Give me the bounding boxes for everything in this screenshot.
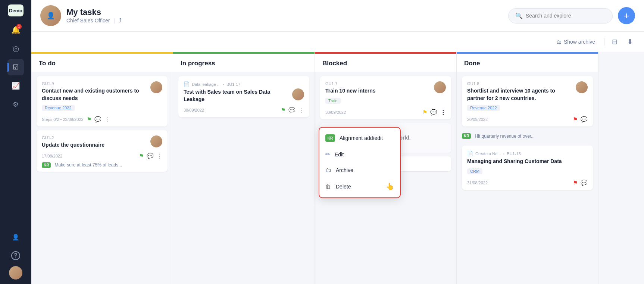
- meta-label: Create a Ne...: [475, 152, 501, 156]
- card-top: Test with Sales team on Sales Data Leaka…: [184, 88, 304, 103]
- card-avatar: [150, 81, 162, 93]
- card-meta: 📄 Create a Ne... • BU1-13: [467, 151, 588, 156]
- flag-icon[interactable]: ⚑: [281, 107, 285, 113]
- show-archive-button[interactable]: 🗂 Show archive: [553, 37, 599, 47]
- add-button[interactable]: +: [618, 7, 635, 24]
- search-bar[interactable]: 🔍: [508, 8, 613, 24]
- card-date: 20/09/2022: [467, 117, 570, 122]
- topbar: 👤 My tasks Chief Sales Officer | ⤴ 🔍 +: [31, 0, 644, 32]
- sidebar-item-settings[interactable]: ⚙: [7, 96, 24, 113]
- flag-icon[interactable]: ⚑: [573, 180, 578, 186]
- meta-label: Data leakage ...: [192, 82, 221, 87]
- main-content: 👤 My tasks Chief Sales Officer | ⤴ 🔍 + 🗂…: [31, 0, 644, 284]
- card-avatar: [434, 81, 446, 93]
- card-date: 30/09/2022: [325, 110, 419, 115]
- column-title-todo: To do: [39, 60, 56, 67]
- card-footer: 30/09/2022 ⚑ 💬 ⋮: [184, 107, 304, 113]
- card-footer: 20/09/2022 ⚑ 💬: [467, 116, 588, 123]
- card-meta: 📄 Data leakage ... • BU1-17: [184, 81, 304, 87]
- user-info: 👤 My tasks Chief Sales Officer | ⤴: [40, 5, 122, 26]
- card-top: GU1-9 Contact new and existing customers…: [42, 81, 162, 102]
- more-icon[interactable]: ⋮: [104, 116, 110, 123]
- user-avatar-sidebar[interactable]: [9, 266, 22, 280]
- card-gu1-7: GU1-7 Train 10 new interns Train 30/09/2…: [320, 76, 451, 119]
- comment-icon[interactable]: 💬: [430, 109, 437, 116]
- column-header-inprogress: In progress: [173, 52, 315, 72]
- column-title-blocked: Blocked: [322, 60, 347, 67]
- comment-icon[interactable]: 💬: [94, 116, 101, 123]
- flag-icon[interactable]: ⚑: [139, 153, 144, 159]
- context-menu-edit[interactable]: ✏ Edit: [319, 146, 400, 162]
- sidebar-item-target[interactable]: ◎: [7, 40, 24, 57]
- divider: |: [113, 18, 115, 24]
- gear-icon: ⚙: [13, 100, 19, 109]
- column-title-done: Done: [464, 60, 480, 67]
- card-date: 30/09/2022: [184, 108, 278, 112]
- sidebar-item-add-user[interactable]: 👤: [7, 229, 24, 245]
- card-avatar: [576, 81, 588, 93]
- card-top: Managing and Sharing Customer Data: [467, 158, 588, 165]
- flag-icon[interactable]: ⚑: [422, 109, 427, 116]
- user-subtitle: Chief Sales Officer | ⤴: [66, 17, 122, 24]
- more-icon[interactable]: ⋮: [157, 153, 162, 159]
- sidebar-item-chart[interactable]: 📈: [7, 78, 24, 94]
- edit-icon: ✏: [325, 151, 330, 158]
- app-logo[interactable]: Demo: [8, 4, 24, 16]
- comment-icon[interactable]: 💬: [581, 180, 588, 186]
- card-title: Shortlist and interview 10 agents to par…: [467, 87, 573, 102]
- column-todo: To do GU1-9 Contact new and existing cus…: [31, 52, 173, 284]
- kr-item: KR Hit quarterly revenue of over...: [462, 130, 593, 142]
- help-icon: ?: [11, 251, 20, 260]
- context-menu-delete[interactable]: 🗑 Delete 👆: [319, 178, 400, 195]
- target-icon: ◎: [13, 44, 19, 53]
- logo-text: Demo: [9, 8, 22, 13]
- comment-icon[interactable]: 💬: [288, 107, 296, 113]
- card-bu1-13: 📄 Create a Ne... • BU1-13 Managing and S…: [462, 146, 593, 190]
- flag-icon[interactable]: ⚑: [573, 116, 578, 123]
- card-date: 17/08/2022: [42, 154, 136, 158]
- card-id-meta: BU1-13: [507, 152, 520, 156]
- card-id: GU1-8: [467, 81, 576, 86]
- card-title: Contact new and existing customers to di…: [42, 87, 147, 102]
- context-menu-alignment[interactable]: KR Alignment add/edit: [319, 130, 400, 146]
- card-title: Update the questionnaire: [42, 141, 104, 149]
- column-cards-inprogress: 📄 Data leakage ... • BU1-17 Test with Sa…: [173, 72, 315, 284]
- card-tag: Revenue 2022: [467, 105, 500, 111]
- card-bu1-17: 📄 Data leakage ... • BU1-17 Test with Sa…: [178, 76, 309, 117]
- column-inprogress: In progress 📄 Data leakage ... • BU1-17 …: [173, 52, 315, 284]
- filter-icon[interactable]: ⊟: [610, 35, 620, 48]
- download-icon[interactable]: ⬇: [625, 35, 635, 48]
- card-footer: 30/09/2022 ⚑ 💬 ⋮: [325, 109, 446, 116]
- card-title: Test with Sales team on Sales Data Leaka…: [184, 88, 289, 103]
- sidebar-item-bell[interactable]: 🔔 1: [7, 22, 24, 38]
- board: To do GU1-9 Contact new and existing cus…: [31, 52, 644, 284]
- card-date: 31/08/2022: [467, 181, 570, 185]
- archive-label: Archive: [336, 167, 353, 173]
- comment-icon[interactable]: 💬: [147, 153, 154, 159]
- sidebar-item-tasks[interactable]: ☑: [7, 59, 24, 75]
- search-input[interactable]: [526, 13, 606, 19]
- more-icon[interactable]: ⋮: [298, 107, 304, 113]
- user-avatar: 👤: [40, 5, 61, 26]
- card-gu1-9: GU1-9 Contact new and existing customers…: [37, 76, 168, 127]
- card-id: GU1-7: [325, 81, 379, 86]
- subheader: 🗂 Show archive ⊟ ⬇: [31, 32, 644, 52]
- more-icon[interactable]: ⋮: [440, 109, 446, 116]
- sidebar-item-help[interactable]: ?: [7, 247, 24, 264]
- card-top: GU1-7 Train 10 new interns: [325, 81, 446, 95]
- delete-label: Delete: [336, 184, 351, 190]
- archive-icon: 🗂: [556, 39, 562, 45]
- add-user-icon: 👤: [12, 234, 19, 241]
- column-cards-todo: GU1-9 Contact new and existing customers…: [31, 72, 173, 284]
- toolbar-divider: [604, 38, 604, 46]
- card-tag: CRM: [467, 168, 482, 174]
- flag-icon[interactable]: ⚑: [87, 116, 91, 123]
- share-icon[interactable]: ⤴: [119, 17, 122, 24]
- column-header-done: Done: [457, 52, 598, 72]
- comment-icon[interactable]: 💬: [581, 116, 588, 123]
- card-top: GU1-8 Shortlist and interview 10 agents …: [467, 81, 588, 102]
- user-details: My tasks Chief Sales Officer | ⤴: [66, 7, 122, 24]
- card-gu1-8: GU1-8 Shortlist and interview 10 agents …: [462, 76, 593, 127]
- column-blocked: Blocked GU1-7 Train 10 new interns Train…: [315, 52, 457, 284]
- context-menu-archive[interactable]: 🗂 Archive: [319, 162, 400, 178]
